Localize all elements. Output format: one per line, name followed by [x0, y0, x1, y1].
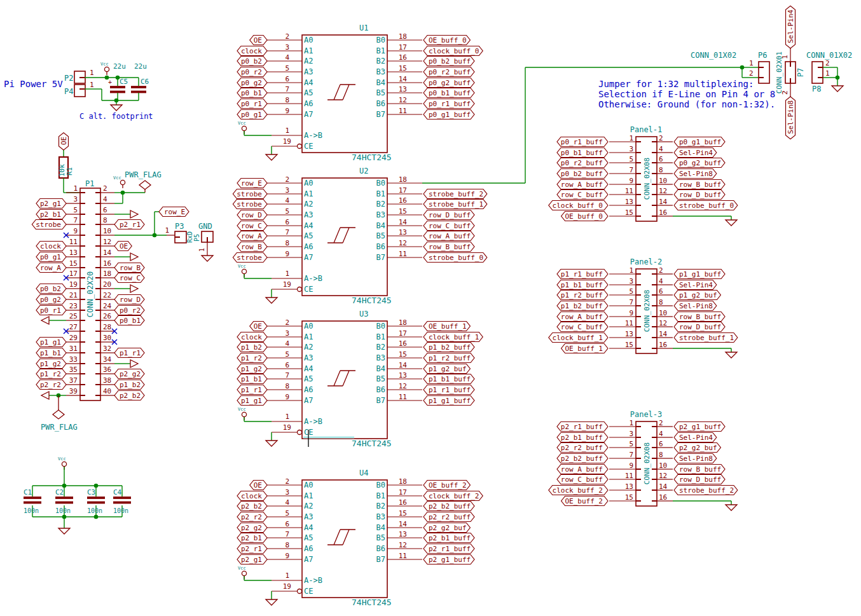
- panel-left-label-text: clock_buff_1: [553, 334, 603, 342]
- pin-number: 5: [285, 207, 289, 216]
- panel-ref: Panel-2: [630, 257, 663, 266]
- pin-name: A2: [304, 200, 313, 209]
- panel-right-label-text: strobe_buff_2: [679, 486, 734, 495]
- ic-left-label-text: clock: [241, 492, 262, 500]
- panel-left-label-text: p1_r2_buff: [561, 291, 603, 299]
- pin-name: A5: [304, 231, 313, 240]
- pin-number: 15: [399, 509, 407, 517]
- pwr-flag-symbol: [53, 410, 64, 419]
- ic-left-label-text: strobe: [237, 254, 262, 262]
- note-pi-power: Pi Power 5V: [4, 79, 63, 89]
- pin-name: A5: [304, 533, 313, 542]
- p1-left-label-9-text: p0_b2: [40, 285, 61, 293]
- connector-p8[interactable]: [812, 62, 823, 83]
- ic-right-label-text: p1_g2_buf: [429, 365, 467, 373]
- p8-ref: P8: [812, 85, 821, 93]
- pin-number: 17: [399, 488, 407, 496]
- p1-pin-number: 13: [69, 249, 78, 257]
- p1-left-label-15-text: p1_b1: [40, 349, 61, 357]
- connector-p4[interactable]: [74, 85, 85, 97]
- vcc-symbol: [242, 412, 246, 416]
- ic-left-label-text: p1_g2: [241, 365, 262, 373]
- inverted-pin-bubble: [298, 589, 302, 594]
- cap-ref: C1: [24, 488, 32, 496]
- pin-number: 6: [285, 520, 289, 528]
- cap-value: 100n: [87, 507, 102, 514]
- p2-ref: P2: [64, 74, 73, 83]
- pin-name: A->B: [304, 417, 322, 426]
- pin-number: 7: [629, 298, 633, 306]
- pin-number: 13: [399, 228, 407, 236]
- pin-number: 19: [283, 137, 291, 146]
- pin-number: 9: [629, 177, 633, 185]
- pin-name: CE: [304, 587, 313, 596]
- pin-name: B7: [376, 396, 385, 405]
- pin-number: 11: [625, 472, 633, 480]
- p1-left-label-7-text: row_A: [40, 264, 61, 272]
- pin-number: 9: [285, 250, 289, 258]
- ic-left-label-text: p0_b1: [241, 89, 262, 97]
- pin-number: 2: [659, 266, 663, 275]
- p1-pin-number: 8: [103, 216, 107, 224]
- vcc-text: Vcc: [58, 456, 66, 462]
- p1-pin-number: 26: [103, 312, 111, 320]
- pin-number: 14: [399, 75, 408, 83]
- gnd-symbol: [726, 505, 737, 510]
- ic-right-label-text: clock_buff_0: [429, 47, 479, 55]
- pin-number: 4: [659, 145, 663, 153]
- pin-name: B0: [376, 179, 385, 188]
- pin-name: A4: [304, 221, 313, 230]
- pin-name: B5: [376, 231, 385, 240]
- ic-right-label-text: clock_buff_1: [429, 333, 479, 341]
- gnd-symbol: [59, 528, 70, 534]
- ic-left-label-text: p2_b1: [241, 534, 262, 542]
- ic-right-label-text: p0_g1_buff: [429, 111, 471, 119]
- pin-number: 6: [659, 440, 663, 448]
- pin-number: 8: [659, 451, 663, 459]
- pin-number: 16: [399, 339, 407, 348]
- panel-right-label-text: Sel-Pin4: [679, 149, 713, 157]
- p4-ref: P4: [64, 87, 73, 96]
- pin-number: 11: [399, 393, 407, 401]
- panel-right-label-text: row_D_buff: [679, 323, 721, 331]
- p1-pin-number: 21: [69, 291, 78, 299]
- panel-right-label-text: row_B_buff: [679, 313, 721, 321]
- schematic-page: Pi Power 5VC alt. footprintJumper for 1:…: [0, 0, 861, 616]
- p5-ref: P5: [193, 234, 200, 242]
- vcc-text: Vcc: [113, 175, 121, 181]
- ic-left-label-text: row_C: [241, 222, 262, 230]
- empty-label-arrow: [41, 317, 49, 324]
- connector-p6[interactable]: [759, 62, 769, 83]
- ic-right-label-text: p2_g2_buf: [429, 524, 467, 532]
- pin-name: A0: [304, 481, 313, 489]
- ic-right-label-text: strobe_buff_0: [429, 254, 483, 262]
- pin-name: B5: [376, 533, 385, 542]
- ic-right-label-text: row_C_buff: [429, 222, 471, 230]
- panel-left-label-text: row_C_buff: [561, 323, 603, 331]
- ic-right-label-text: row_B_buff: [429, 243, 471, 251]
- panel-value: CONN_02X08: [643, 158, 651, 200]
- ic-right-label-text: p2_r1_buff: [429, 545, 471, 553]
- ic-right-label-text: p0_r1_buff: [429, 100, 471, 108]
- panel-right-label-text: p2_g1_buff: [679, 423, 721, 431]
- pin-number: 2: [285, 175, 289, 184]
- p1-left-label-18-text: p2_r2: [40, 381, 61, 389]
- pin-name: B3: [376, 67, 385, 76]
- pin-number: 11: [625, 187, 633, 195]
- net-label-oe-vert-text: OE: [60, 137, 68, 145]
- pin-name: B0: [376, 481, 385, 489]
- ic-value: 74HCT245: [352, 296, 392, 305]
- pin-name: CE: [304, 428, 313, 437]
- empty-label-arrow: [130, 285, 138, 292]
- p1-pin-number: 28: [103, 323, 111, 331]
- pin-number: 16: [659, 209, 667, 217]
- pin-name: B6: [376, 544, 385, 553]
- pin-number: 7: [285, 228, 289, 236]
- pin-number: 2: [781, 90, 789, 95]
- ic-right-label-text: p0_r2_buff: [429, 68, 471, 76]
- schematic-canvas[interactable]: Pi Power 5VC alt. footprintJumper for 1:…: [0, 0, 861, 616]
- p1-right-label-17-text: p2_g2: [120, 370, 141, 378]
- pin-number: 1: [285, 127, 289, 135]
- pin-number: 1: [749, 59, 754, 67]
- gnd-symbol: [266, 599, 277, 605]
